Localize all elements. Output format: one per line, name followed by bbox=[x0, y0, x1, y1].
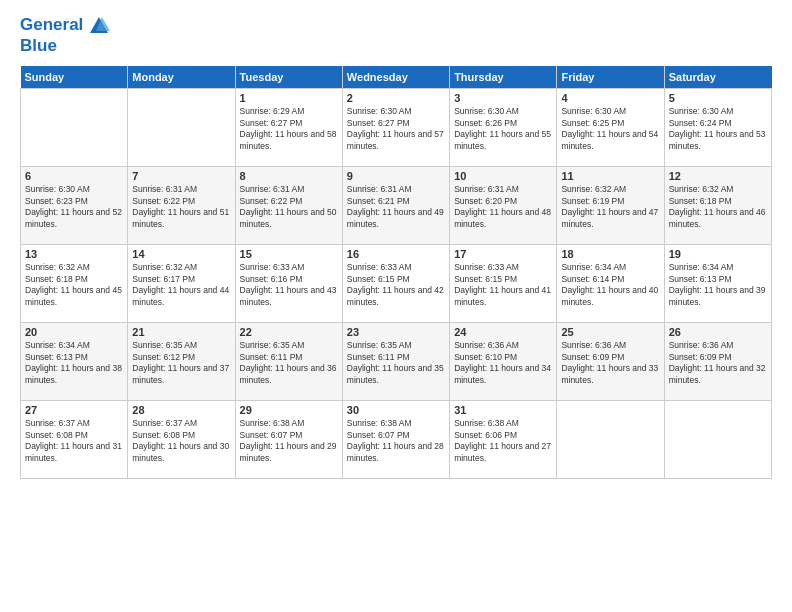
calendar-cell: 5Sunrise: 6:30 AM Sunset: 6:24 PM Daylig… bbox=[664, 88, 771, 166]
day-number: 31 bbox=[454, 404, 552, 416]
day-number: 26 bbox=[669, 326, 767, 338]
weekday-saturday: Saturday bbox=[664, 66, 771, 89]
day-info: Sunrise: 6:33 AM Sunset: 6:15 PM Dayligh… bbox=[347, 262, 445, 310]
day-number: 16 bbox=[347, 248, 445, 260]
calendar-cell: 27Sunrise: 6:37 AM Sunset: 6:08 PM Dayli… bbox=[21, 400, 128, 478]
calendar-cell: 25Sunrise: 6:36 AM Sunset: 6:09 PM Dayli… bbox=[557, 322, 664, 400]
logo-line2: Blue bbox=[20, 37, 110, 56]
day-number: 12 bbox=[669, 170, 767, 182]
day-number: 6 bbox=[25, 170, 123, 182]
day-number: 7 bbox=[132, 170, 230, 182]
page-container: General Blue SundayMondayTuesdayWednesda… bbox=[0, 0, 792, 489]
day-number: 8 bbox=[240, 170, 338, 182]
day-number: 19 bbox=[669, 248, 767, 260]
calendar-cell: 18Sunrise: 6:34 AM Sunset: 6:14 PM Dayli… bbox=[557, 244, 664, 322]
day-info: Sunrise: 6:32 AM Sunset: 6:19 PM Dayligh… bbox=[561, 184, 659, 232]
calendar-cell: 2Sunrise: 6:30 AM Sunset: 6:27 PM Daylig… bbox=[342, 88, 449, 166]
day-info: Sunrise: 6:35 AM Sunset: 6:11 PM Dayligh… bbox=[347, 340, 445, 388]
logo-line1: General bbox=[20, 15, 110, 37]
day-number: 30 bbox=[347, 404, 445, 416]
day-info: Sunrise: 6:34 AM Sunset: 6:14 PM Dayligh… bbox=[561, 262, 659, 310]
day-info: Sunrise: 6:34 AM Sunset: 6:13 PM Dayligh… bbox=[669, 262, 767, 310]
day-info: Sunrise: 6:34 AM Sunset: 6:13 PM Dayligh… bbox=[25, 340, 123, 388]
calendar-cell: 11Sunrise: 6:32 AM Sunset: 6:19 PM Dayli… bbox=[557, 166, 664, 244]
calendar-cell: 21Sunrise: 6:35 AM Sunset: 6:12 PM Dayli… bbox=[128, 322, 235, 400]
day-info: Sunrise: 6:38 AM Sunset: 6:07 PM Dayligh… bbox=[347, 418, 445, 466]
day-info: Sunrise: 6:32 AM Sunset: 6:18 PM Dayligh… bbox=[25, 262, 123, 310]
calendar-cell: 16Sunrise: 6:33 AM Sunset: 6:15 PM Dayli… bbox=[342, 244, 449, 322]
day-number: 3 bbox=[454, 92, 552, 104]
weekday-sunday: Sunday bbox=[21, 66, 128, 89]
weekday-friday: Friday bbox=[557, 66, 664, 89]
calendar-week-3: 13Sunrise: 6:32 AM Sunset: 6:18 PM Dayli… bbox=[21, 244, 772, 322]
day-number: 10 bbox=[454, 170, 552, 182]
day-info: Sunrise: 6:30 AM Sunset: 6:27 PM Dayligh… bbox=[347, 106, 445, 154]
calendar-cell bbox=[557, 400, 664, 478]
calendar-cell: 26Sunrise: 6:36 AM Sunset: 6:09 PM Dayli… bbox=[664, 322, 771, 400]
calendar-cell: 14Sunrise: 6:32 AM Sunset: 6:17 PM Dayli… bbox=[128, 244, 235, 322]
day-info: Sunrise: 6:36 AM Sunset: 6:10 PM Dayligh… bbox=[454, 340, 552, 388]
day-info: Sunrise: 6:31 AM Sunset: 6:22 PM Dayligh… bbox=[240, 184, 338, 232]
calendar-week-5: 27Sunrise: 6:37 AM Sunset: 6:08 PM Dayli… bbox=[21, 400, 772, 478]
day-number: 11 bbox=[561, 170, 659, 182]
calendar-cell bbox=[128, 88, 235, 166]
calendar-cell: 17Sunrise: 6:33 AM Sunset: 6:15 PM Dayli… bbox=[450, 244, 557, 322]
day-info: Sunrise: 6:38 AM Sunset: 6:07 PM Dayligh… bbox=[240, 418, 338, 466]
weekday-monday: Monday bbox=[128, 66, 235, 89]
day-number: 27 bbox=[25, 404, 123, 416]
weekday-wednesday: Wednesday bbox=[342, 66, 449, 89]
day-info: Sunrise: 6:35 AM Sunset: 6:11 PM Dayligh… bbox=[240, 340, 338, 388]
day-info: Sunrise: 6:30 AM Sunset: 6:24 PM Dayligh… bbox=[669, 106, 767, 154]
calendar-cell: 7Sunrise: 6:31 AM Sunset: 6:22 PM Daylig… bbox=[128, 166, 235, 244]
calendar-week-1: 1Sunrise: 6:29 AM Sunset: 6:27 PM Daylig… bbox=[21, 88, 772, 166]
logo-icon bbox=[88, 15, 110, 37]
calendar-cell bbox=[664, 400, 771, 478]
day-number: 5 bbox=[669, 92, 767, 104]
header: General Blue bbox=[20, 15, 772, 56]
calendar-cell: 23Sunrise: 6:35 AM Sunset: 6:11 PM Dayli… bbox=[342, 322, 449, 400]
day-info: Sunrise: 6:32 AM Sunset: 6:17 PM Dayligh… bbox=[132, 262, 230, 310]
calendar-cell: 8Sunrise: 6:31 AM Sunset: 6:22 PM Daylig… bbox=[235, 166, 342, 244]
calendar-cell: 24Sunrise: 6:36 AM Sunset: 6:10 PM Dayli… bbox=[450, 322, 557, 400]
weekday-header-row: SundayMondayTuesdayWednesdayThursdayFrid… bbox=[21, 66, 772, 89]
day-info: Sunrise: 6:31 AM Sunset: 6:20 PM Dayligh… bbox=[454, 184, 552, 232]
day-info: Sunrise: 6:32 AM Sunset: 6:18 PM Dayligh… bbox=[669, 184, 767, 232]
day-number: 21 bbox=[132, 326, 230, 338]
day-info: Sunrise: 6:33 AM Sunset: 6:15 PM Dayligh… bbox=[454, 262, 552, 310]
day-number: 20 bbox=[25, 326, 123, 338]
calendar-cell: 6Sunrise: 6:30 AM Sunset: 6:23 PM Daylig… bbox=[21, 166, 128, 244]
day-number: 15 bbox=[240, 248, 338, 260]
day-number: 24 bbox=[454, 326, 552, 338]
day-info: Sunrise: 6:31 AM Sunset: 6:22 PM Dayligh… bbox=[132, 184, 230, 232]
weekday-thursday: Thursday bbox=[450, 66, 557, 89]
calendar-week-2: 6Sunrise: 6:30 AM Sunset: 6:23 PM Daylig… bbox=[21, 166, 772, 244]
day-number: 2 bbox=[347, 92, 445, 104]
calendar-table: SundayMondayTuesdayWednesdayThursdayFrid… bbox=[20, 66, 772, 479]
day-number: 29 bbox=[240, 404, 338, 416]
day-info: Sunrise: 6:29 AM Sunset: 6:27 PM Dayligh… bbox=[240, 106, 338, 154]
calendar-cell: 13Sunrise: 6:32 AM Sunset: 6:18 PM Dayli… bbox=[21, 244, 128, 322]
weekday-tuesday: Tuesday bbox=[235, 66, 342, 89]
calendar-cell: 29Sunrise: 6:38 AM Sunset: 6:07 PM Dayli… bbox=[235, 400, 342, 478]
day-number: 17 bbox=[454, 248, 552, 260]
day-info: Sunrise: 6:37 AM Sunset: 6:08 PM Dayligh… bbox=[132, 418, 230, 466]
calendar-cell: 22Sunrise: 6:35 AM Sunset: 6:11 PM Dayli… bbox=[235, 322, 342, 400]
day-number: 22 bbox=[240, 326, 338, 338]
day-info: Sunrise: 6:30 AM Sunset: 6:25 PM Dayligh… bbox=[561, 106, 659, 154]
calendar-cell bbox=[21, 88, 128, 166]
day-info: Sunrise: 6:36 AM Sunset: 6:09 PM Dayligh… bbox=[561, 340, 659, 388]
calendar-cell: 3Sunrise: 6:30 AM Sunset: 6:26 PM Daylig… bbox=[450, 88, 557, 166]
day-info: Sunrise: 6:37 AM Sunset: 6:08 PM Dayligh… bbox=[25, 418, 123, 466]
calendar-cell: 31Sunrise: 6:38 AM Sunset: 6:06 PM Dayli… bbox=[450, 400, 557, 478]
calendar-cell: 4Sunrise: 6:30 AM Sunset: 6:25 PM Daylig… bbox=[557, 88, 664, 166]
day-number: 4 bbox=[561, 92, 659, 104]
day-number: 28 bbox=[132, 404, 230, 416]
day-info: Sunrise: 6:31 AM Sunset: 6:21 PM Dayligh… bbox=[347, 184, 445, 232]
day-number: 23 bbox=[347, 326, 445, 338]
day-number: 18 bbox=[561, 248, 659, 260]
day-info: Sunrise: 6:38 AM Sunset: 6:06 PM Dayligh… bbox=[454, 418, 552, 466]
calendar-cell: 1Sunrise: 6:29 AM Sunset: 6:27 PM Daylig… bbox=[235, 88, 342, 166]
day-number: 14 bbox=[132, 248, 230, 260]
calendar-cell: 9Sunrise: 6:31 AM Sunset: 6:21 PM Daylig… bbox=[342, 166, 449, 244]
calendar-cell: 20Sunrise: 6:34 AM Sunset: 6:13 PM Dayli… bbox=[21, 322, 128, 400]
